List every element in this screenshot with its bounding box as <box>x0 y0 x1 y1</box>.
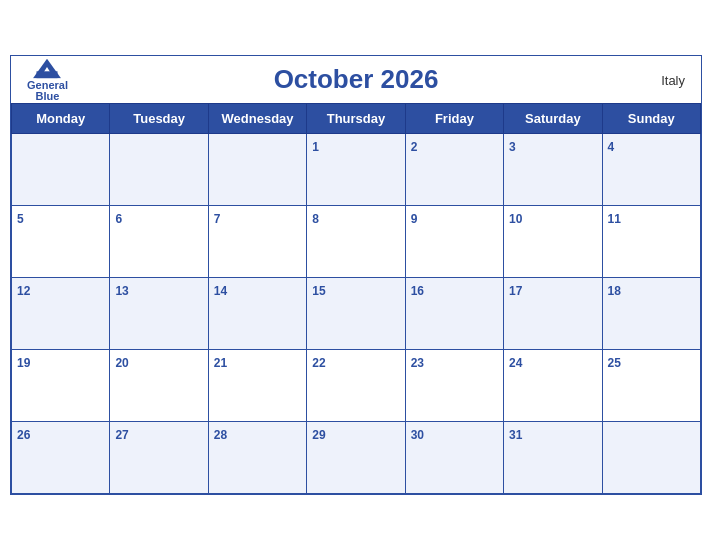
calendar-day-cell <box>602 422 700 494</box>
day-number: 18 <box>608 284 621 298</box>
day-number: 13 <box>115 284 128 298</box>
calendar-day-cell: 30 <box>405 422 503 494</box>
calendar-day-cell: 5 <box>12 206 110 278</box>
day-number: 8 <box>312 212 319 226</box>
weekday-header: Sunday <box>602 104 700 134</box>
logo-blue: Blue <box>36 90 60 101</box>
month-title: October 2026 <box>274 64 439 95</box>
day-number: 22 <box>312 356 325 370</box>
calendar-day-cell: 20 <box>110 350 208 422</box>
calendar-day-cell: 2 <box>405 134 503 206</box>
calendar-day-cell: 7 <box>208 206 306 278</box>
calendar-day-cell <box>110 134 208 206</box>
calendar-day-cell: 27 <box>110 422 208 494</box>
calendar-day-cell: 12 <box>12 278 110 350</box>
calendar-day-cell: 3 <box>504 134 602 206</box>
day-number: 5 <box>17 212 24 226</box>
calendar-day-cell: 26 <box>12 422 110 494</box>
weekday-header: Saturday <box>504 104 602 134</box>
calendar-week-row: 567891011 <box>12 206 701 278</box>
day-number: 1 <box>312 140 319 154</box>
calendar-day-cell: 17 <box>504 278 602 350</box>
calendar-day-cell: 22 <box>307 350 405 422</box>
day-number: 9 <box>411 212 418 226</box>
calendar-week-row: 262728293031 <box>12 422 701 494</box>
calendar-day-cell: 24 <box>504 350 602 422</box>
calendar-day-cell: 14 <box>208 278 306 350</box>
calendar-day-cell: 21 <box>208 350 306 422</box>
calendar-day-cell: 11 <box>602 206 700 278</box>
day-number: 31 <box>509 428 522 442</box>
day-number: 16 <box>411 284 424 298</box>
calendar-week-row: 1234 <box>12 134 701 206</box>
weekday-header-row: MondayTuesdayWednesdayThursdayFridaySatu… <box>12 104 701 134</box>
calendar-week-row: 19202122232425 <box>12 350 701 422</box>
day-number: 29 <box>312 428 325 442</box>
calendar-day-cell <box>208 134 306 206</box>
weekday-header: Thursday <box>307 104 405 134</box>
day-number: 3 <box>509 140 516 154</box>
calendar-day-cell: 25 <box>602 350 700 422</box>
day-number: 20 <box>115 356 128 370</box>
day-number: 19 <box>17 356 30 370</box>
day-number: 30 <box>411 428 424 442</box>
calendar-header: General Blue October 2026 Italy <box>11 56 701 103</box>
calendar: General Blue October 2026 Italy MondayTu… <box>10 55 702 495</box>
calendar-day-cell: 4 <box>602 134 700 206</box>
weekday-header: Tuesday <box>110 104 208 134</box>
day-number: 23 <box>411 356 424 370</box>
calendar-day-cell: 9 <box>405 206 503 278</box>
logo-icon <box>33 58 61 78</box>
weekday-header: Monday <box>12 104 110 134</box>
calendar-day-cell: 29 <box>307 422 405 494</box>
calendar-day-cell: 15 <box>307 278 405 350</box>
calendar-day-cell: 28 <box>208 422 306 494</box>
country-label: Italy <box>661 72 685 87</box>
calendar-day-cell: 1 <box>307 134 405 206</box>
logo: General Blue <box>27 58 68 101</box>
day-number: 25 <box>608 356 621 370</box>
day-number: 15 <box>312 284 325 298</box>
day-number: 2 <box>411 140 418 154</box>
day-number: 17 <box>509 284 522 298</box>
calendar-table: MondayTuesdayWednesdayThursdayFridaySatu… <box>11 103 701 494</box>
day-number: 4 <box>608 140 615 154</box>
calendar-day-cell: 31 <box>504 422 602 494</box>
day-number: 14 <box>214 284 227 298</box>
day-number: 12 <box>17 284 30 298</box>
calendar-day-cell: 10 <box>504 206 602 278</box>
calendar-day-cell <box>12 134 110 206</box>
day-number: 28 <box>214 428 227 442</box>
day-number: 24 <box>509 356 522 370</box>
day-number: 27 <box>115 428 128 442</box>
day-number: 10 <box>509 212 522 226</box>
calendar-week-row: 12131415161718 <box>12 278 701 350</box>
day-number: 11 <box>608 212 621 226</box>
calendar-day-cell: 6 <box>110 206 208 278</box>
calendar-day-cell: 13 <box>110 278 208 350</box>
day-number: 7 <box>214 212 221 226</box>
calendar-day-cell: 19 <box>12 350 110 422</box>
day-number: 6 <box>115 212 122 226</box>
weekday-header: Friday <box>405 104 503 134</box>
calendar-day-cell: 8 <box>307 206 405 278</box>
calendar-day-cell: 23 <box>405 350 503 422</box>
day-number: 26 <box>17 428 30 442</box>
svg-rect-2 <box>37 71 58 78</box>
calendar-day-cell: 18 <box>602 278 700 350</box>
weekday-header: Wednesday <box>208 104 306 134</box>
calendar-day-cell: 16 <box>405 278 503 350</box>
day-number: 21 <box>214 356 227 370</box>
